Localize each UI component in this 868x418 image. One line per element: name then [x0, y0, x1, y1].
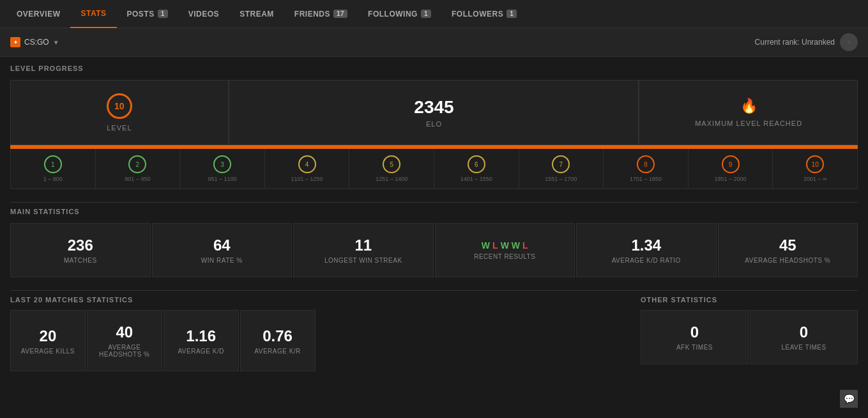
rank-label: Current rank: Unranked [755, 38, 835, 47]
main-stat-card-1: 64WIN RATE % [152, 223, 293, 277]
last20-stat-label: AVERAGE K/R [254, 348, 301, 355]
main-stat-card-5: 45AVERAGE HEADSHOTS % [718, 223, 858, 277]
elo-level-item-10: 102001 – ∞ [773, 149, 857, 189]
elo-range-3: 951 – 1100 [208, 176, 236, 182]
bottom-section: LAST 20 MATCHES STATISTICS 20AVERAGE KIL… [0, 285, 868, 379]
level-circle: 10 [107, 93, 132, 119]
last20-stat-card-2: 1.16AVERAGE K/D [164, 310, 239, 371]
stat-value: 45 [779, 236, 796, 254]
other-stat-value: 0 [690, 323, 699, 341]
nav-tabs: OVERVIEW STATS POSTS 1 VIDEOS STREAM FRI… [0, 0, 868, 28]
elo-range-4: 1101 – 1250 [291, 176, 323, 182]
elo-circle-1: 1 [44, 155, 62, 173]
stat-value: 1.34 [631, 236, 661, 254]
elo-card: 2345 ELO [230, 81, 639, 144]
main-stat-card-3: WLWWLRECENT RESULTS [435, 223, 575, 277]
last20-stat-card-0: 20AVERAGE KILLS [10, 310, 86, 371]
last20-stat-label: AVERAGE KILLS [21, 348, 75, 355]
elo-range-7: 1551 – 1700 [545, 176, 577, 182]
rank-icon: ? [840, 33, 858, 51]
main-stats-title: MAIN STATISTICS [10, 208, 858, 215]
tab-following[interactable]: FOLLOWING 1 [358, 0, 441, 28]
elo-range-6: 1401 – 1550 [461, 176, 492, 182]
elo-levels-row: 11 – 8002801 – 9503951 – 110041101 – 125… [10, 149, 858, 189]
stat-value: 11 [354, 236, 372, 254]
elo-range-9: 1851 – 2000 [715, 176, 747, 182]
following-badge: 1 [421, 10, 431, 18]
other-stat-label: AFK TIMES [676, 344, 713, 351]
elo-range-8: 1701 – 1850 [630, 176, 662, 182]
last20-stat-value: 40 [116, 323, 133, 341]
elo-range-1: 1 – 800 [43, 176, 63, 182]
game-name: CS:GO [24, 38, 49, 47]
dropdown-arrow-icon: ▼ [53, 39, 59, 46]
result-l: L [492, 240, 498, 251]
main-stat-card-4: 1.34AVERAGE K/D RATIO [576, 223, 717, 277]
tab-videos[interactable]: VIDEOS [178, 0, 229, 28]
tab-posts[interactable]: POSTS 1 [117, 0, 178, 28]
other-stat-value: 0 [800, 323, 808, 341]
posts-badge: 1 [158, 10, 168, 18]
recent-results: WLWWL [482, 240, 528, 251]
last20-stat-card-3: 0.76AVERAGE K/R [240, 310, 316, 371]
stat-label: WIN RATE % [201, 257, 243, 264]
stat-label: AVERAGE K/D RATIO [612, 257, 681, 264]
other-stats-container: OTHER STATISTICS 0AFK TIMES0LEAVE TIMES [641, 296, 858, 371]
last20-stat-value: 0.76 [263, 327, 293, 345]
elo-circle-9: 9 [722, 155, 740, 173]
stat-label: RECENT RESULTS [474, 253, 535, 260]
elo-circle-7: 7 [552, 155, 570, 173]
stat-value: 64 [213, 236, 231, 254]
other-stat-card-0: 0AFK TIMES [641, 310, 749, 364]
last20-stat-value: 20 [40, 327, 57, 345]
elo-level-item-9: 91851 – 2000 [689, 149, 773, 189]
level-value: 10 [114, 101, 125, 111]
tab-overview[interactable]: OVERVIEW [6, 0, 70, 28]
elo-label: ELO [426, 120, 442, 128]
other-stat-label: LEAVE TIMES [781, 344, 826, 351]
main-stat-card-0: 236MATCHES [10, 223, 151, 277]
other-stat-card-1: 0LEAVE TIMES [750, 310, 858, 364]
elo-circle-3: 3 [213, 155, 231, 173]
friends-badge: 17 [333, 10, 347, 18]
result-w: W [482, 240, 490, 251]
csgo-icon: ✦ [10, 37, 20, 47]
other-stats-title: OTHER STATISTICS [641, 296, 858, 304]
elo-level-item-1: 11 – 800 [11, 149, 96, 189]
game-bar: ✦ CS:GO ▼ Current rank: Unranked ? [0, 28, 868, 57]
last20-title: LAST 20 MATCHES STATISTICS [10, 296, 316, 304]
divider2 [10, 290, 858, 291]
max-level-label: MAXIMUM LEVEL REACHED [695, 120, 802, 127]
flame-icon: 🔥 [740, 98, 758, 114]
elo-level-item-6: 61401 – 1550 [434, 149, 519, 189]
elo-level-item-4: 41101 – 1250 [265, 149, 350, 189]
last20-container: LAST 20 MATCHES STATISTICS 20AVERAGE KIL… [10, 296, 316, 371]
last20-stat-card-1: 40AVERAGE HEADSHOTS % [87, 310, 162, 371]
elo-circle-10: 10 [806, 155, 824, 173]
stat-label: LONGEST WIN STREAK [324, 257, 402, 264]
last20-stat-value: 1.16 [186, 327, 216, 345]
elo-circle-6: 6 [468, 155, 485, 173]
tab-stream[interactable]: STREAM [229, 0, 284, 28]
level-cards: 10 LEVEL 2345 ELO 🔥 MAXIMUM LEVEL REACHE… [10, 80, 858, 145]
tab-followers[interactable]: FOLLOWERS 1 [441, 0, 527, 28]
divider [10, 202, 858, 203]
stat-value: 236 [68, 236, 93, 254]
level-card: 10 LEVEL [11, 81, 229, 144]
elo-level-item-7: 71551 – 1700 [519, 149, 604, 189]
tab-stats[interactable]: STATS [70, 0, 116, 28]
last20-stat-label: AVERAGE K/D [178, 348, 224, 355]
rank-info: Current rank: Unranked ? [755, 33, 858, 51]
main-statistics-section: MAIN STATISTICS 236MATCHES64WIN RATE %11… [0, 197, 868, 285]
game-selector[interactable]: ✦ CS:GO ▼ [10, 37, 59, 47]
result-w: W [501, 240, 509, 251]
stat-label: AVERAGE HEADSHOTS % [745, 257, 830, 264]
stat-label: MATCHES [64, 257, 97, 264]
level-label: LEVEL [107, 124, 132, 132]
last20-stat-label: AVERAGE HEADSHOTS % [94, 344, 155, 358]
tab-friends[interactable]: FRIENDS 17 [284, 0, 358, 28]
elo-range-10: 2001 – ∞ [803, 176, 826, 182]
elo-circle-2: 2 [128, 155, 146, 173]
elo-range-5: 1251 – 1400 [376, 176, 407, 182]
elo-level-item-5: 51251 – 1400 [349, 149, 434, 189]
